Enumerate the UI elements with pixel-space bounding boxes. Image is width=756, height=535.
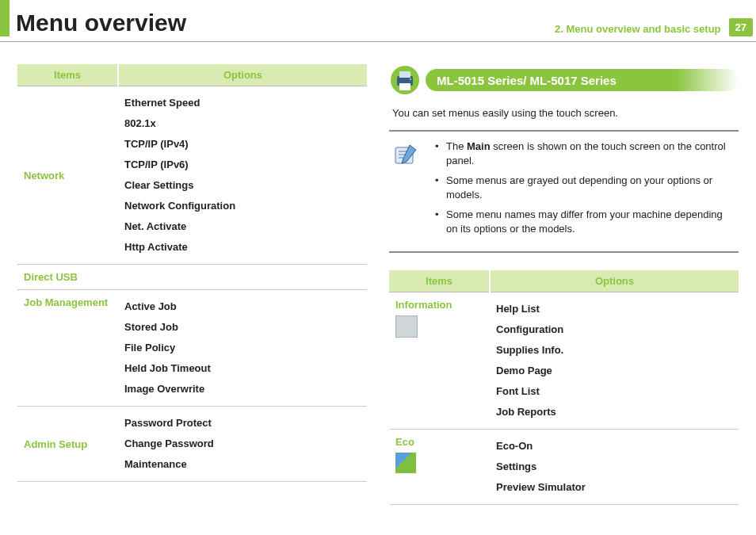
option-text: Net. Activate — [124, 216, 361, 237]
right-th-options: Options — [490, 270, 739, 292]
row-item-eco: Eco — [389, 430, 490, 505]
row-item-direct-usb: Direct USB — [17, 265, 118, 290]
option-text: 802.1x — [124, 113, 361, 134]
row-options-admin-setup: Password Protect Change Password Mainten… — [118, 407, 367, 482]
left-th-options: Options — [118, 64, 367, 86]
option-text: Supplies Info. — [496, 340, 732, 361]
note-text: The — [446, 140, 467, 152]
option-text: Clear Settings — [124, 175, 361, 196]
device-icon — [395, 315, 418, 338]
note-item: Some menus are grayed out depending on y… — [438, 174, 735, 201]
table-row: Admin Setup Password Protect Change Pass… — [17, 407, 367, 482]
table-row: Job Management Active Job Stored Job Fil… — [17, 290, 367, 407]
option-text: Active Job — [124, 296, 361, 317]
row-item-job-management: Job Management — [17, 290, 118, 407]
option-text: Help List — [496, 299, 732, 319]
option-text: Http Activate — [124, 237, 361, 258]
item-label: Eco — [395, 436, 414, 448]
option-text: Stored Job — [124, 317, 361, 338]
left-table: Items Options Network Ethernet Speed 802… — [17, 64, 367, 482]
svg-rect-3 — [399, 83, 410, 90]
left-column: Items Options Network Ethernet Speed 802… — [17, 64, 367, 505]
option-text: Eco-On — [496, 436, 732, 457]
svg-rect-2 — [399, 71, 410, 78]
series-banner: ML-5015 Series/ ML-5017 Series — [389, 64, 739, 96]
option-text: Network Configuration — [124, 196, 361, 216]
table-row: Direct USB — [17, 265, 367, 290]
intro-text: You can set menus easily using the touch… — [392, 107, 739, 119]
option-text: Settings — [496, 457, 732, 477]
option-text: Ethernet Speed — [124, 93, 361, 113]
row-item-network: Network — [17, 86, 118, 265]
table-row: Network Ethernet Speed 802.1x TCP/IP (IP… — [17, 86, 367, 265]
option-text: Configuration — [496, 319, 732, 340]
note-box: The Main screen is shown on the touch sc… — [389, 130, 739, 253]
row-options-information: Help List Configuration Supplies Info. D… — [490, 292, 739, 430]
option-text: Job Reports — [496, 402, 732, 422]
option-text: TCP/IP (IPv4) — [124, 134, 361, 155]
note-list: The Main screen is shown on the touch sc… — [427, 139, 735, 242]
table-row: Eco Eco-On Settings Preview Simulator — [389, 430, 739, 505]
series-title: ML-5015 Series/ ML-5017 Series — [426, 69, 739, 91]
option-text: Demo Page — [496, 361, 732, 381]
note-icon — [392, 141, 419, 168]
right-column: ML-5015 Series/ ML-5017 Series You can s… — [389, 64, 739, 505]
table-row: Information Help List Configuration Supp… — [389, 292, 739, 430]
option-text: Password Protect — [124, 413, 361, 434]
option-text: Image Overwrite — [124, 379, 361, 399]
page-number: 27 — [729, 18, 753, 36]
item-label: Information — [395, 299, 452, 311]
option-text: Preview Simulator — [496, 477, 732, 498]
option-text: Maintenance — [124, 454, 361, 475]
chapter-label: 2. Menu overview and basic setup — [555, 23, 721, 35]
note-item: The Main screen is shown on the touch sc… — [438, 139, 735, 167]
printer-icon — [389, 64, 421, 96]
right-table: Items Options Information Help List Conf… — [389, 270, 739, 505]
option-text: Held Job Timeout — [124, 358, 361, 379]
row-options-network: Ethernet Speed 802.1x TCP/IP (IPv4) TCP/… — [118, 86, 367, 265]
note-bold: Main — [467, 140, 491, 152]
row-options-direct-usb — [118, 265, 367, 290]
svg-point-4 — [410, 78, 412, 81]
row-options-job-management: Active Job Stored Job File Policy Held J… — [118, 290, 367, 407]
right-th-items: Items — [389, 270, 490, 292]
option-text: Font List — [496, 381, 732, 402]
row-item-information: Information — [389, 292, 490, 430]
left-th-items: Items — [17, 64, 118, 86]
note-item: Some menu names may differ from your mac… — [438, 208, 735, 235]
option-text: Change Password — [124, 434, 361, 454]
page-header: Menu overview 2. Menu overview and basic… — [0, 0, 756, 42]
body: Items Options Network Ethernet Speed 802… — [0, 42, 756, 505]
row-item-admin-setup: Admin Setup — [17, 407, 118, 482]
option-text: TCP/IP (IPv6) — [124, 155, 361, 175]
page: Menu overview 2. Menu overview and basic… — [0, 0, 756, 535]
page-title: Menu overview — [16, 10, 555, 36]
option-text: File Policy — [124, 338, 361, 358]
eco-icon — [395, 453, 416, 473]
header-accent — [0, 0, 10, 36]
row-options-eco: Eco-On Settings Preview Simulator — [490, 430, 739, 505]
